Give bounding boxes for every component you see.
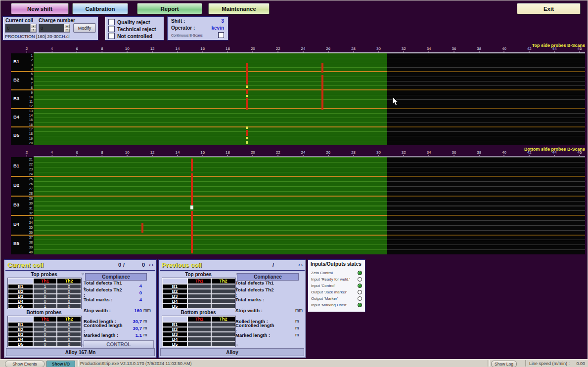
row-number: 18 [29, 131, 33, 136]
previous-coil-alloy: Alloy [160, 348, 304, 356]
scroll-down-icon[interactable]: △ [236, 343, 238, 346]
previous-coil-top-probes-table: Th1Th2B1B2B3B4B5 [162, 278, 236, 309]
show-log-button[interactable]: Show Log [491, 361, 517, 367]
current-coil-value[interactable]: 0 [5, 24, 30, 32]
coil-nav-arrows[interactable]: ‹› [149, 262, 154, 268]
charge-number-spinner[interactable]: 0 ▲ ▼ [39, 24, 70, 33]
stat-line: Strip width :mm [235, 307, 306, 314]
stat-unit: m [142, 332, 154, 337]
new-shift-button[interactable]: New shift [11, 3, 69, 14]
io-state-row: Zeta Control [311, 270, 362, 276]
show-io-button[interactable]: Show I/O [46, 361, 75, 367]
scroll-up-icon[interactable]: ▽ [82, 272, 84, 276]
probe-label: B5 [13, 241, 19, 246]
spin-down-icon[interactable]: ▼ [64, 28, 70, 32]
spin-up-icon[interactable]: ▲ [64, 24, 70, 28]
defect-mark [141, 223, 143, 233]
top-scan-ruler: 2468101214161820222426283032343638404244… [27, 47, 580, 52]
maintenance-button[interactable]: Maintenance [208, 3, 270, 14]
corner-cell [8, 278, 33, 284]
io-state-label: Zeta Control [311, 271, 358, 275]
th2-column-header: Th2 [57, 278, 81, 284]
defect-count-cell [187, 332, 211, 337]
stat-label: Marked length : [235, 332, 275, 338]
defect-count-cell: 1 [33, 284, 57, 289]
th1-column-header: Th1 [187, 316, 211, 322]
defect-count-cell [211, 322, 235, 327]
coil-nav-arrows[interactable]: ‹› [298, 262, 304, 268]
modify-button[interactable]: Modify [73, 23, 96, 33]
divider [525, 360, 527, 367]
row-number: 21 [29, 157, 33, 162]
defect-count-cell: 0 [57, 327, 81, 332]
stat-unit: m [142, 319, 154, 324]
current-coil-alloy: Alloy 167-Mn [6, 348, 155, 356]
led-on-icon [358, 284, 362, 288]
top-probes-label: Top probes [7, 272, 81, 277]
stat-value: 4 [123, 297, 142, 302]
previous-coil-panel: Previous coil / ‹› Top probes Th1Th2B1B2… [158, 259, 306, 358]
spin-up-icon[interactable]: ▲ [31, 24, 36, 28]
io-state-row: Input 'Marking Used' [311, 302, 362, 308]
app-version-info: ProductionStrip.exe V2.13.0.170 (7/9/202… [80, 361, 191, 366]
probe-label: B4 [13, 221, 19, 227]
stat-line: Total defects Th2 : [235, 289, 306, 296]
current-coil-spinner[interactable]: 0 ▲ ▼ [5, 24, 37, 33]
probe-group-separator [11, 126, 585, 127]
probe-name-cell: B4 [162, 337, 187, 342]
defect-count-cell: 0 [33, 342, 57, 347]
shift-info-panel: Shift : 3 Operator : kevin Continuous B-… [167, 16, 228, 41]
top-probes-label: Top probes [162, 272, 235, 277]
defect-count-cell [211, 289, 235, 294]
stat-group: Strip width :160mm [84, 307, 154, 314]
coil-counter-separator: / [123, 262, 125, 268]
current-coil-top-probes-table: Th1Th2B110B200B300B400B510 [7, 278, 82, 309]
continuous-bscans-checkbox[interactable] [218, 32, 224, 38]
th1-column-header: Th1 [187, 278, 211, 284]
probe-label: B4 [13, 114, 19, 120]
probe-row: B2 [162, 289, 235, 294]
spin-down-icon[interactable]: ▼ [31, 28, 36, 32]
io-states-title: Inputs/Outputs states [311, 261, 362, 267]
probe-name-cell: B4 [162, 299, 187, 304]
defect-count-cell [187, 299, 211, 304]
technical-reject-checkbox[interactable] [108, 26, 115, 32]
show-events-button[interactable]: Show Events [5, 361, 45, 367]
defect-count-cell [211, 327, 235, 332]
defect-count-cell: 1 [33, 337, 57, 342]
stat-line: Marked length :1.1m [84, 331, 154, 338]
stat-group: Rolled length :mControlled length :mMark… [235, 318, 306, 338]
exit-button[interactable]: Exit [517, 3, 581, 14]
defect-count-cell: 0 [33, 332, 57, 337]
io-state-label: Output 'Marker' [311, 296, 358, 301]
defect-mark [191, 173, 193, 205]
calibration-button[interactable]: Calibration [72, 3, 128, 14]
top-scan-plot [34, 53, 585, 145]
current-coil-panel: Current coil 0 / 0 ‹› Top probes Th1Th2B… [4, 259, 157, 358]
defect-count-cell [187, 289, 211, 294]
probe-row: B1 [162, 284, 235, 289]
compliance-header: Compliance [237, 273, 299, 281]
stat-line: Marked length :m [235, 331, 306, 338]
control-button[interactable]: CONTROL [84, 340, 154, 348]
row-number: 30 [29, 201, 33, 206]
stat-unit: mm [294, 308, 306, 313]
probe-row: B400 [8, 299, 81, 304]
io-states-panel: Inputs/Outputs states Zeta ControlInput … [308, 259, 365, 312]
defect-mark [246, 89, 248, 94]
stat-unit: m [294, 326, 306, 330]
stat-group: Total defects Th1 :Total defects Th2 :To… [235, 282, 306, 303]
probe-name-cell: B1 [8, 322, 33, 327]
stat-line: Total marks : [235, 296, 306, 303]
io-state-row: Output 'Marker' [311, 295, 362, 302]
quality-reject-checkbox[interactable] [108, 19, 115, 25]
probe-label: B1 [13, 163, 19, 168]
stat-value: 160 [123, 308, 142, 313]
defect-mark [246, 130, 248, 136]
bottom-probes-label: Bottom probes [162, 310, 235, 315]
report-button[interactable]: Report [137, 3, 202, 14]
charge-number-value[interactable]: 0 [39, 24, 64, 32]
not-controlled-checkbox[interactable] [108, 33, 115, 39]
top-scan-probe-gutter: 1234567891011121314151617181920B1B2B3B4B… [11, 53, 34, 145]
operator-value: kevin [194, 25, 224, 31]
